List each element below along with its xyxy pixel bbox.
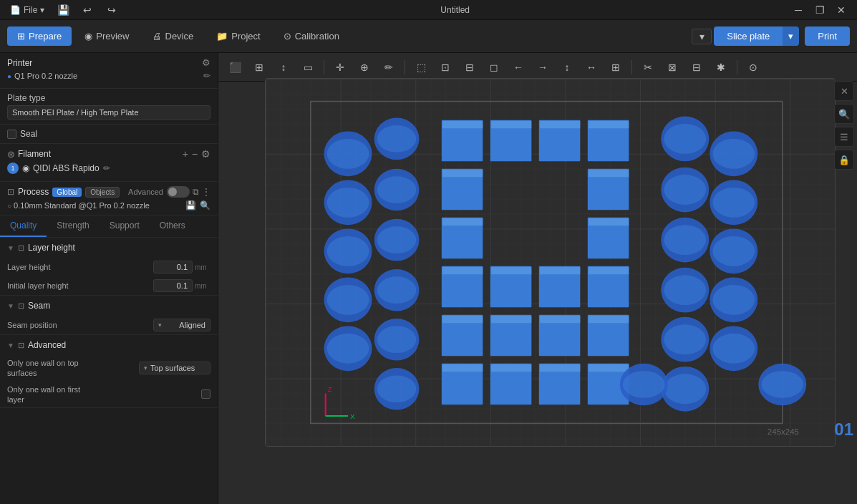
advanced-group-header[interactable]: ▼ ⊡ Advanced (7, 335, 210, 355)
restore-button[interactable]: ❐ (810, 2, 830, 18)
tab-support[interactable]: Support (100, 215, 150, 237)
lock-button[interactable]: 🔒 (834, 150, 854, 170)
print-button[interactable]: Print (805, 26, 850, 46)
printer-settings-icon[interactable]: ⚙ (202, 57, 210, 68)
global-tag[interactable]: Global (52, 188, 82, 197)
svg-rect-39 (491, 267, 531, 274)
svg-point-59 (664, 124, 707, 154)
toolbar-btn-c[interactable]: ⊟ (459, 57, 480, 77)
preset-circle: ○ (7, 202, 11, 210)
layer-height-unit: mm (195, 263, 210, 271)
initial-layer-input[interactable] (153, 279, 193, 292)
first-layer-checkbox[interactable] (201, 389, 210, 399)
svg-point-79 (712, 334, 755, 364)
toolbar-btn-k[interactable]: ⊠ (662, 57, 683, 77)
close-button[interactable]: ✕ (831, 2, 851, 18)
filament-edit-icon[interactable]: ✏ (103, 163, 110, 173)
top-surfaces-label: Only one wall on topsurfaces (7, 358, 79, 379)
process-copy-button[interactable]: ⧉ (193, 187, 199, 197)
filament-label: Filament (18, 149, 51, 159)
seam-group: ▼ ⊡ Seam Seam position ▾ Aligned (0, 296, 218, 335)
3d-viewport[interactable]: Z X 245x245 (265, 78, 836, 447)
advanced-icon: ⊡ (18, 341, 24, 350)
top-surfaces-value: Top surfaces (150, 364, 195, 372)
nozzle-label: Q1 Pro 0.2 nozzle (14, 72, 77, 80)
nozzle-row: ● Q1 Pro 0.2 nozzle ✏ (7, 68, 210, 84)
tab-calibration[interactable]: ⊙ Calibration (273, 26, 349, 46)
toolbar-btn-g[interactable]: ↕ (556, 57, 578, 77)
svg-point-19 (377, 226, 416, 253)
toolbar-view-btn[interactable]: ⬛ (224, 57, 246, 77)
toolbar-btn-f[interactable]: → (532, 57, 553, 77)
tab-strength[interactable]: Strength (47, 215, 99, 237)
toolbar-btn-h[interactable]: ↔ (581, 57, 602, 77)
tab-preview[interactable]: ◉ Preview (74, 26, 139, 46)
tab-prepare[interactable]: ⊞ Prepare (7, 26, 72, 46)
svg-point-67 (664, 324, 707, 354)
titlebar-controls: ─ ❐ ✕ (788, 2, 851, 18)
layer-height-header[interactable]: ▼ ⊡ Layer height (7, 238, 210, 258)
seam-position-select[interactable]: ▾ Aligned (153, 319, 210, 331)
toolbar-btn-a[interactable]: ⬚ (410, 57, 432, 77)
printer-label: Printer (7, 58, 32, 68)
slice-group: ▾ Slice plate ▾ (692, 26, 799, 46)
slice-arrow-button[interactable]: ▾ (783, 26, 799, 46)
titlebar-left: 📄 File ▾ 💾 ↩ ↪ (6, 2, 122, 18)
toolbar-grid-btn[interactable]: ⊞ (248, 57, 270, 77)
layer-height-group-label: Layer height (28, 243, 75, 253)
top-surfaces-row: Only one wall on topsurfaces ▾ Top surfa… (7, 355, 210, 382)
plate-number: 01 (834, 420, 853, 440)
add-filament-button[interactable]: + (183, 148, 188, 160)
toolbar-move-btn[interactable]: ✛ (329, 57, 351, 77)
seam-position-row: Seam position ▾ Aligned (7, 316, 210, 334)
save-button[interactable]: 💾 (53, 2, 73, 18)
preset-search-button[interactable]: 🔍 (200, 200, 210, 210)
tab-device[interactable]: 🖨 Device (142, 26, 204, 46)
remove-filament-button[interactable]: − (192, 148, 198, 160)
slice-dropdown-arrow[interactable]: ▾ (692, 29, 712, 44)
svg-rect-87 (589, 364, 629, 372)
nozzle-edit-icon[interactable]: ✏ (203, 71, 210, 81)
tab-others[interactable]: Others (150, 215, 195, 237)
toolbar-btn-b[interactable]: ⊡ (435, 57, 456, 77)
svg-point-73 (712, 188, 755, 218)
toolbar-select-btn[interactable]: ⊕ (354, 57, 375, 77)
file-menu[interactable]: 📄 File ▾ (6, 4, 49, 16)
tab-quality[interactable]: Quality (0, 215, 47, 237)
toolbar-btn-j[interactable]: ✂ (637, 57, 659, 77)
toolbar-btn-l[interactable]: ⊟ (686, 57, 707, 77)
minimize-button[interactable]: ─ (788, 2, 808, 18)
process-menu-button[interactable]: ⋮ (202, 187, 210, 197)
close-object-button[interactable]: ✕ (834, 81, 854, 101)
top-surfaces-select[interactable]: ▾ Top surfaces (139, 362, 210, 374)
prepare-label: Prepare (29, 31, 62, 42)
layer-height-input[interactable] (153, 261, 193, 273)
toolbar-btn-i[interactable]: ⊞ (605, 57, 626, 77)
list-button[interactable]: ☰ (834, 127, 854, 147)
tab-project[interactable]: 📁 Project (206, 26, 270, 46)
seam-header[interactable]: ▼ ⊡ Seam (7, 296, 210, 316)
zoom-button[interactable]: 🔍 (834, 104, 854, 124)
file-chevron: ▾ (40, 5, 44, 15)
advanced-toggle[interactable] (167, 186, 190, 198)
nozzle-name: ● Q1 Pro 0.2 nozzle (7, 72, 77, 80)
seal-checkbox[interactable] (7, 130, 16, 139)
seal-label: Seal (20, 129, 37, 139)
file-label: File (24, 5, 37, 15)
svg-point-21 (377, 276, 416, 304)
undo-button[interactable]: ↩ (77, 2, 97, 18)
redo-button[interactable]: ↪ (102, 2, 122, 18)
svg-rect-83 (491, 364, 531, 372)
toolbar-arrow-btn[interactable]: ↕ (273, 57, 294, 77)
toolbar-lasso-btn[interactable]: ⊙ (742, 57, 764, 77)
filament-settings-button[interactable]: ⚙ (201, 148, 210, 160)
toolbar-btn-m[interactable]: ✱ (710, 57, 732, 77)
toolbar-pen-btn[interactable]: ✏ (378, 57, 400, 77)
objects-tag[interactable]: Objects (85, 187, 120, 198)
toolbar-btn-d[interactable]: ◻ (483, 57, 505, 77)
toolbar-rect-btn[interactable]: ▭ (297, 57, 319, 77)
toolbar-btn-e[interactable]: ← (508, 57, 529, 77)
plate-type-select[interactable]: Smooth PEI Plate / High Temp Plate (7, 105, 210, 120)
preset-save-button[interactable]: 💾 (185, 200, 196, 210)
slice-plate-button[interactable]: Slice plate (714, 26, 783, 46)
